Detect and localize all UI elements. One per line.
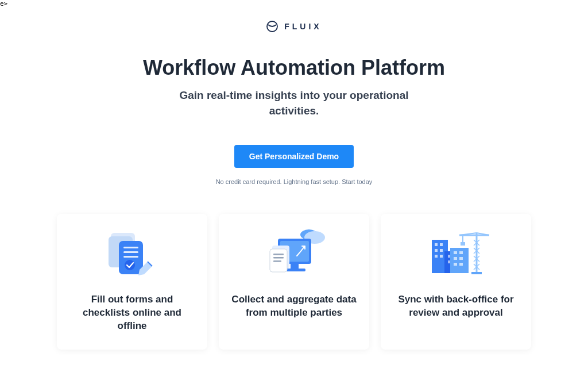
svg-rect-38: [435, 255, 438, 258]
feature-card-collect: Collect and aggregate data from multiple…: [219, 214, 369, 350]
card-title: Sync with back-office for review and app…: [391, 293, 521, 320]
card-title: Collect and aggregate data from multiple…: [229, 293, 359, 320]
svg-point-7: [125, 260, 135, 270]
svg-rect-5: [123, 251, 138, 253]
svg-rect-12: [291, 264, 299, 269]
svg-rect-36: [435, 249, 438, 252]
svg-rect-51: [459, 263, 463, 266]
svg-rect-16: [273, 254, 284, 255]
svg-rect-39: [440, 255, 443, 258]
hero-title: Workflow Automation Platform: [143, 56, 445, 80]
brand-logo[interactable]: FLUIX: [266, 20, 322, 33]
svg-rect-37: [440, 249, 443, 252]
svg-rect-52: [471, 272, 482, 274]
svg-rect-24: [461, 242, 465, 246]
svg-rect-50: [454, 263, 457, 266]
svg-rect-47: [459, 251, 463, 254]
feature-cards: Fill out forms and checklists online and…: [45, 214, 543, 350]
card-title: Fill out forms and checklists online and…: [67, 293, 197, 333]
landing-page: FLUIX Workflow Automation Platform Gain …: [0, 0, 588, 350]
hero-subtitle: Gain real-time insights into your operat…: [179, 88, 409, 118]
stray-fragment: e>: [0, 0, 7, 7]
svg-rect-6: [123, 256, 138, 258]
feature-card-forms: Fill out forms and checklists online and…: [57, 214, 207, 350]
fluix-logo-icon: [266, 20, 278, 33]
data-aggregate-icon: [229, 225, 359, 283]
back-office-icon: [391, 225, 521, 283]
svg-rect-4: [123, 247, 138, 248]
svg-rect-48: [454, 257, 457, 260]
svg-rect-34: [435, 243, 438, 246]
svg-rect-49: [459, 257, 463, 260]
get-demo-button[interactable]: Get Personalized Demo: [234, 145, 354, 168]
feature-card-sync: Sync with back-office for review and app…: [381, 214, 531, 350]
svg-rect-35: [440, 243, 443, 246]
svg-rect-17: [273, 257, 284, 259]
svg-rect-18: [273, 260, 281, 262]
brand-name: FLUIX: [284, 22, 322, 31]
forms-checklist-icon: [67, 225, 197, 283]
svg-rect-46: [454, 251, 457, 254]
cta-note: No credit card required. Lightning fast …: [216, 178, 373, 185]
